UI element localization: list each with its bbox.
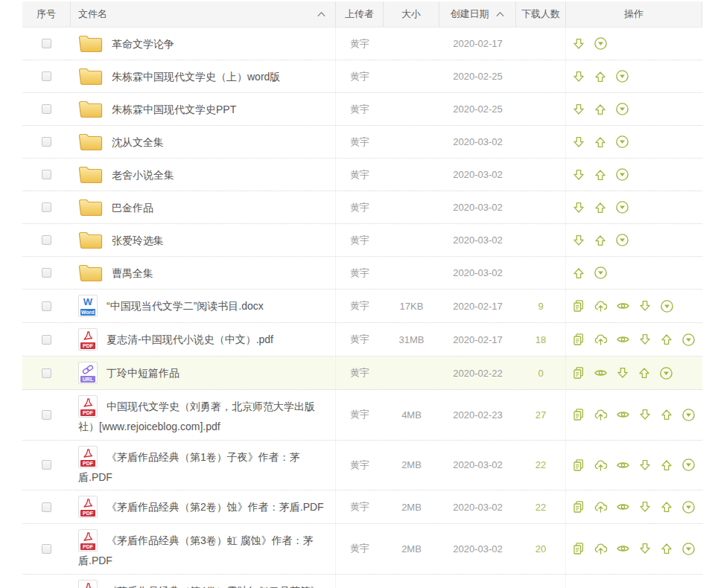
cloud-download-icon[interactable] (594, 500, 608, 514)
download-icon[interactable] (572, 135, 585, 149)
more-icon[interactable] (681, 458, 696, 472)
header-filename[interactable]: 文件名 (71, 1, 336, 27)
upload-icon[interactable] (594, 201, 607, 214)
copy-icon[interactable] (572, 542, 585, 555)
copy-icon[interactable] (572, 366, 585, 380)
file-name[interactable]: “中国现当代文学二”阅读书目.docx (107, 300, 264, 312)
copy-icon[interactable] (572, 500, 585, 514)
more-icon[interactable] (660, 299, 674, 313)
file-name[interactable]: 革命文学论争 (112, 38, 174, 50)
row-checkbox[interactable] (42, 202, 51, 212)
sort-asc-icon[interactable] (495, 11, 505, 17)
row-checkbox[interactable] (42, 460, 51, 470)
upload-icon[interactable] (660, 500, 673, 514)
more-icon[interactable] (659, 366, 673, 380)
more-icon[interactable] (681, 542, 696, 556)
row-checkbox[interactable] (42, 39, 51, 48)
cloud-download-icon[interactable] (594, 542, 608, 555)
file-name[interactable]: 老舍小说全集 (112, 169, 174, 181)
preview-icon[interactable] (616, 299, 630, 313)
row-select-cell (22, 93, 71, 125)
cloud-download-icon[interactable] (594, 408, 608, 421)
download-icon[interactable] (638, 500, 652, 514)
file-name[interactable]: 《茅盾作品经典（第3卷）虹 腐蚀》作者：茅盾.PDF (78, 534, 314, 566)
file-name[interactable]: 《茅盾作品经典（第2卷）蚀》作者：茅盾.PDF (107, 501, 324, 513)
row-checkbox[interactable] (42, 544, 51, 554)
file-name[interactable]: 朱栋霖中国现代文学史PPT (112, 103, 236, 115)
more-icon[interactable] (681, 333, 696, 347)
preview-icon[interactable] (616, 333, 630, 346)
download-icon[interactable] (638, 542, 652, 555)
download-icon[interactable] (572, 103, 585, 116)
upload-icon[interactable] (638, 366, 651, 380)
pdf-icon: PDF (78, 580, 98, 588)
sort-asc-icon[interactable] (317, 11, 326, 17)
upload-icon[interactable] (660, 333, 673, 346)
file-name[interactable]: 曹禺全集 (112, 267, 153, 279)
row-actions (566, 191, 702, 223)
copy-icon[interactable] (572, 408, 585, 421)
row-checkbox[interactable] (42, 71, 51, 81)
row-checkbox[interactable] (42, 104, 51, 114)
upload-icon[interactable] (660, 458, 673, 472)
download-icon[interactable] (638, 408, 652, 421)
upload-icon[interactable] (660, 408, 673, 421)
row-checkbox[interactable] (42, 170, 51, 179)
preview-icon[interactable] (616, 408, 630, 421)
download-icon[interactable] (572, 168, 585, 182)
more-icon[interactable] (615, 102, 629, 116)
cloud-download-icon[interactable] (594, 299, 608, 313)
download-icon[interactable] (638, 299, 652, 313)
more-icon[interactable] (615, 167, 629, 182)
upload-icon[interactable] (594, 70, 607, 83)
upload-icon[interactable] (660, 542, 673, 555)
upload-icon[interactable] (594, 135, 607, 149)
download-icon[interactable] (572, 234, 585, 247)
row-checkbox[interactable] (42, 137, 51, 147)
file-name[interactable]: 巴金作品 (112, 202, 153, 214)
download-icon[interactable] (572, 201, 585, 214)
download-icon[interactable] (638, 333, 652, 346)
row-checkbox[interactable] (42, 301, 51, 311)
upload-icon[interactable] (572, 266, 585, 280)
preview-icon[interactable] (616, 458, 630, 472)
file-name[interactable]: 沈从文全集 (112, 136, 164, 148)
upload-icon[interactable] (594, 234, 607, 247)
copy-icon[interactable] (572, 333, 585, 346)
download-icon[interactable] (572, 37, 585, 51)
more-icon[interactable] (615, 135, 629, 149)
file-name[interactable]: 《茅盾作品经典（第4卷）霜叶红似二月花等》作者.PDF (78, 585, 321, 588)
row-checkbox[interactable] (42, 335, 51, 345)
download-icon[interactable] (572, 70, 585, 83)
file-name[interactable]: 《茅盾作品经典（第1卷）子夜》作者：茅盾.PDF (78, 451, 300, 483)
more-icon[interactable] (615, 69, 629, 83)
preview-icon[interactable] (594, 366, 608, 380)
row-checkbox[interactable] (42, 368, 51, 378)
cloud-download-icon[interactable] (594, 333, 608, 346)
upload-icon[interactable] (594, 103, 607, 116)
copy-icon[interactable] (572, 299, 585, 313)
row-checkbox[interactable] (42, 410, 51, 420)
more-icon[interactable] (594, 36, 608, 51)
more-icon[interactable] (594, 266, 608, 280)
upload-icon[interactable] (594, 168, 607, 182)
download-icon[interactable] (638, 458, 652, 472)
file-name[interactable]: 张爱玲选集 (112, 234, 164, 246)
row-checkbox[interactable] (42, 268, 51, 278)
copy-icon[interactable] (572, 458, 585, 472)
row-checkbox[interactable] (42, 235, 51, 245)
more-icon[interactable] (681, 408, 696, 422)
more-icon[interactable] (615, 233, 629, 247)
more-icon[interactable] (615, 200, 629, 214)
header-created[interactable]: 创建日期 (439, 1, 516, 27)
cloud-download-icon[interactable] (594, 458, 608, 472)
file-name[interactable]: 夏志清-中国现代小说史（中文）.pdf (107, 333, 273, 345)
download-icon[interactable] (616, 366, 629, 380)
file-name[interactable]: 中国现代文学史（刘勇著，北京师范大学出版社）[www.rejoiceblog.c… (78, 400, 315, 432)
preview-icon[interactable] (616, 542, 630, 555)
file-name[interactable]: 朱栋霖中国现代文学史（上）word版 (112, 71, 280, 83)
file-name[interactable]: 丁玲中短篇作品 (107, 367, 179, 379)
more-icon[interactable] (681, 500, 696, 514)
row-checkbox[interactable] (42, 502, 51, 512)
preview-icon[interactable] (616, 500, 630, 514)
